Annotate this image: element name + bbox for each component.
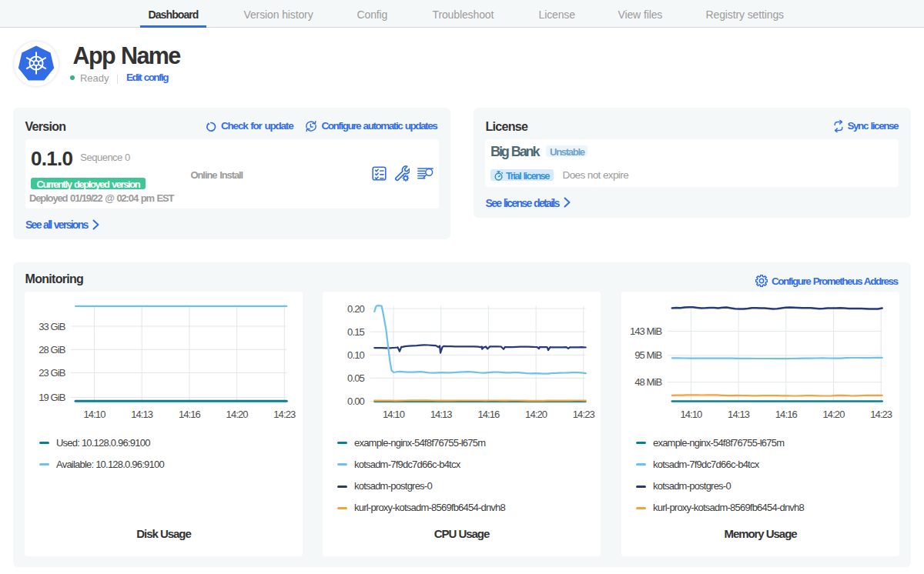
svg-text:14:13: 14:13 [131, 409, 153, 420]
svg-text:14:16: 14:16 [775, 409, 798, 420]
svg-text:0.15: 0.15 [347, 326, 364, 338]
svg-text:14:13: 14:13 [728, 409, 750, 420]
svg-text:14:23: 14:23 [573, 409, 595, 420]
svg-text:0.00: 0.00 [347, 395, 364, 407]
svg-text:14:16: 14:16 [179, 409, 201, 420]
svg-text:14:23: 14:23 [273, 409, 296, 420]
svg-text:28 GiB: 28 GiB [38, 344, 65, 355]
svg-text:14:10: 14:10 [83, 409, 105, 420]
svg-text:14:10: 14:10 [383, 409, 405, 420]
svg-text:0.10: 0.10 [347, 349, 364, 361]
svg-text:19 GiB: 19 GiB [38, 392, 65, 403]
svg-text:95 MiB: 95 MiB [634, 349, 661, 361]
svg-text:0.20: 0.20 [347, 303, 364, 315]
svg-text:33 GiB: 33 GiB [38, 321, 65, 332]
svg-text:0.05: 0.05 [347, 372, 364, 384]
svg-text:14:20: 14:20 [525, 409, 547, 420]
svg-text:143 MiB: 143 MiB [630, 325, 662, 337]
svg-text:14:16: 14:16 [477, 409, 500, 420]
svg-text:14:10: 14:10 [680, 409, 702, 420]
svg-text:14:20: 14:20 [226, 409, 249, 420]
svg-text:14:13: 14:13 [430, 409, 453, 420]
svg-text:48 MiB: 48 MiB [634, 376, 661, 388]
svg-text:14:20: 14:20 [822, 409, 845, 420]
svg-text:14:23: 14:23 [870, 409, 892, 420]
svg-text:23 GiB: 23 GiB [38, 367, 65, 379]
